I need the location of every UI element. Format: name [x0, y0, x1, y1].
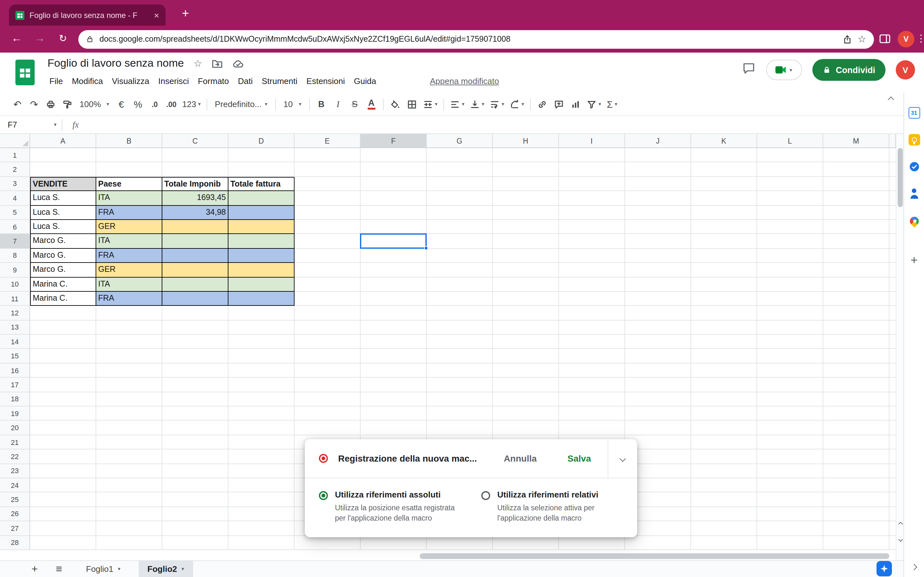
cell-M25[interactable] [823, 493, 889, 507]
redo-button[interactable]: ↷ [26, 96, 42, 113]
cell-B15[interactable] [96, 349, 162, 364]
cell-A12[interactable] [30, 306, 96, 321]
cell-C28[interactable] [162, 536, 228, 550]
row-header-22[interactable]: 22 [0, 450, 30, 464]
cell-L3[interactable] [757, 177, 823, 191]
cell-G20[interactable] [427, 421, 493, 435]
browser-menu-icon[interactable]: ⋮ [916, 33, 924, 44]
explore-button[interactable] [877, 561, 892, 576]
cell-K22[interactable] [691, 450, 757, 464]
menu-guida[interactable]: Guida [349, 74, 381, 88]
cell-B8[interactable]: FRA [96, 248, 162, 263]
column-header-E[interactable]: E [294, 134, 360, 148]
cell-L2[interactable] [757, 163, 823, 177]
cell-D20[interactable] [228, 421, 294, 435]
cell-F14[interactable] [360, 335, 427, 349]
cell-E10[interactable] [294, 277, 360, 292]
cell-M9[interactable] [823, 263, 889, 277]
cell-G12[interactable] [427, 306, 493, 321]
cell-L23[interactable] [757, 464, 823, 478]
cell-M4[interactable] [823, 191, 889, 205]
calendar-icon[interactable]: 31 [908, 107, 920, 119]
cell-I20[interactable] [559, 421, 625, 435]
cell-A6[interactable]: Luca S. [30, 220, 96, 234]
cell-B12[interactable] [96, 306, 162, 321]
cell-K6[interactable] [691, 220, 757, 234]
cell-B9[interactable]: GER [96, 263, 162, 277]
column-header-B[interactable]: B [96, 134, 162, 148]
cell-C26[interactable] [162, 507, 228, 522]
cell-L17[interactable] [757, 378, 823, 392]
column-header-I[interactable]: I [559, 134, 625, 148]
cell-K7[interactable] [691, 234, 757, 249]
cell-K16[interactable] [691, 364, 757, 378]
cell-I15[interactable] [559, 349, 625, 364]
cell-D2[interactable] [228, 163, 294, 177]
cell-A24[interactable] [30, 478, 96, 493]
cell-D23[interactable] [228, 464, 294, 478]
scroll-down-button[interactable] [897, 533, 904, 546]
cell-F18[interactable] [360, 392, 427, 406]
cell-I3[interactable] [559, 177, 625, 191]
cell-L6[interactable] [757, 220, 823, 234]
row-header-4[interactable]: 4 [0, 191, 30, 205]
cell-A7[interactable]: Marco G. [30, 234, 96, 249]
cell-L26[interactable] [757, 507, 823, 522]
insert-chart-button[interactable] [567, 96, 584, 113]
tasks-icon[interactable] [908, 161, 920, 172]
cell-B5[interactable]: FRA [96, 205, 162, 220]
cell-D16[interactable] [228, 364, 294, 378]
cell-L5[interactable] [757, 205, 823, 220]
cell-I8[interactable] [559, 248, 625, 263]
cell-A17[interactable] [30, 378, 96, 392]
cell-C23[interactable] [162, 464, 228, 478]
cell-K1[interactable] [691, 148, 757, 163]
cell-E12[interactable] [294, 306, 360, 321]
cell-H3[interactable] [493, 177, 559, 191]
cell-M6[interactable] [823, 220, 889, 234]
select-all-corner[interactable] [0, 134, 30, 148]
cell-D18[interactable] [228, 392, 294, 406]
row-header-5[interactable]: 5 [0, 205, 30, 220]
functions-button[interactable]: Σ▾ [604, 96, 620, 113]
cell-G4[interactable] [427, 191, 493, 205]
cell-B25[interactable] [96, 493, 162, 507]
cell-J4[interactable] [625, 191, 691, 205]
menu-file[interactable]: File [45, 74, 67, 88]
cell-L16[interactable] [757, 364, 823, 378]
menu-formato[interactable]: Formato [194, 74, 234, 88]
cell-F17[interactable] [360, 378, 427, 392]
menu-estensioni[interactable]: Estensioni [302, 74, 349, 88]
cell-A16[interactable] [30, 364, 96, 378]
row-header-10[interactable]: 10 [0, 277, 30, 292]
add-sheet-button[interactable]: + [26, 561, 44, 577]
account-avatar[interactable]: V [896, 60, 915, 79]
cell-H6[interactable] [493, 220, 559, 234]
cell-C25[interactable] [162, 493, 228, 507]
row-header-1[interactable]: 1 [0, 148, 30, 163]
paint-format-button[interactable] [59, 96, 76, 113]
cell-F3[interactable] [360, 177, 427, 191]
meet-button[interactable]: ▾ [766, 60, 802, 80]
cell-J2[interactable] [625, 163, 691, 177]
menu-visualizza[interactable]: Visualizza [107, 74, 154, 88]
cell-J8[interactable] [625, 248, 691, 263]
cell-G8[interactable] [427, 248, 493, 263]
column-header-G[interactable]: G [427, 134, 493, 148]
cell-L18[interactable] [757, 392, 823, 406]
cell-E7[interactable] [294, 234, 360, 249]
row-header-16[interactable]: 16 [0, 364, 30, 378]
horizontal-scrollbar-thumb[interactable] [420, 553, 889, 559]
cell-M27[interactable] [823, 521, 889, 536]
cell-E15[interactable] [294, 349, 360, 364]
cell-I5[interactable] [559, 205, 625, 220]
create-filter-button[interactable]: ▾ [584, 96, 604, 113]
back-icon[interactable]: ← [9, 32, 24, 45]
cell-K18[interactable] [691, 392, 757, 406]
cell-A27[interactable] [30, 521, 96, 536]
cell-B1[interactable] [96, 148, 162, 163]
cell-G19[interactable] [427, 406, 493, 421]
cell-F10[interactable] [360, 277, 427, 292]
cell-M21[interactable] [823, 435, 889, 450]
cell-F28[interactable] [360, 536, 427, 550]
